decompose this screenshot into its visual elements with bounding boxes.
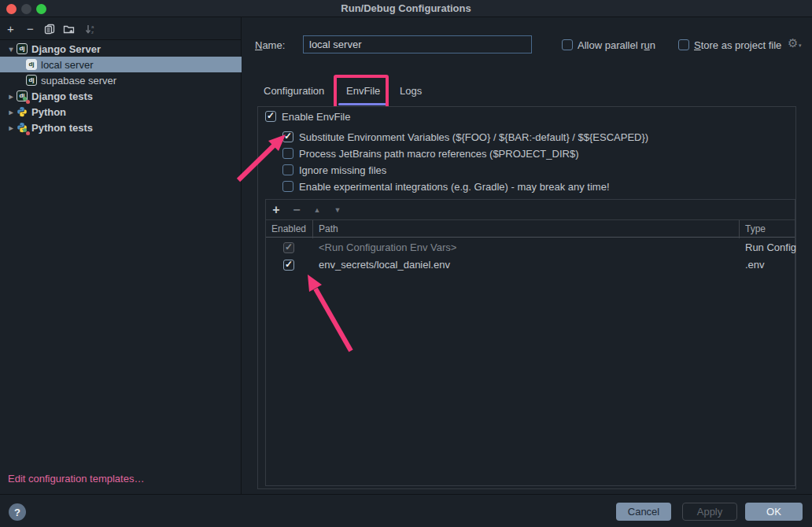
title-bar: Run/Debug Configurations bbox=[0, 0, 812, 17]
arrow-down-icon: ▼ bbox=[334, 206, 341, 214]
store-settings-gear-icon[interactable]: ⚙▾ bbox=[788, 37, 798, 49]
help-button[interactable]: ? bbox=[9, 503, 26, 521]
tests-badge-icon bbox=[23, 97, 30, 104]
allow-parallel-run-label: Allow parallel run bbox=[578, 39, 655, 51]
tab-configuration[interactable]: Configuration bbox=[264, 85, 324, 97]
configurations-sidebar: + − az ▾ dj Django Server dj local serve… bbox=[0, 17, 242, 494]
tree-item-django-server[interactable]: ▾ dj Django Server bbox=[0, 41, 242, 57]
process-path-macro-checkbox[interactable] bbox=[282, 148, 293, 159]
tree-item-django-tests[interactable]: ▸ dj Django tests bbox=[0, 88, 242, 104]
column-header-enabled[interactable]: Enabled bbox=[271, 223, 306, 234]
table-add-button[interactable]: + bbox=[269, 203, 283, 217]
ok-button[interactable]: OK bbox=[745, 503, 803, 521]
question-mark-icon: ? bbox=[14, 507, 20, 518]
table-header-row: Enabled Path Type bbox=[266, 219, 795, 238]
row-path: <Run Configuration Env Vars> bbox=[319, 241, 456, 253]
process-path-macro-label: Process JetBrains path macro references … bbox=[299, 148, 578, 160]
tree-item-python[interactable]: ▸ Python bbox=[0, 104, 242, 120]
arrow-up-icon: ▲ bbox=[314, 206, 321, 214]
row-enabled-checkbox bbox=[283, 242, 294, 253]
enable-envfile-checkbox[interactable] bbox=[265, 111, 276, 122]
row-path: env_secrets/local_daniel.env bbox=[319, 259, 450, 271]
table-move-up-button[interactable]: ▲ bbox=[310, 203, 324, 217]
svg-text:a: a bbox=[91, 24, 94, 29]
window-title: Run/Debug Configurations bbox=[0, 2, 812, 14]
python-icon bbox=[17, 106, 28, 117]
footer-separator bbox=[0, 494, 812, 495]
minus-icon: − bbox=[27, 22, 34, 35]
plus-icon: + bbox=[7, 22, 14, 35]
enable-envfile-label: Enable EnvFile bbox=[282, 111, 350, 123]
chevron-right-icon[interactable]: ▸ bbox=[6, 92, 17, 101]
minus-icon: − bbox=[293, 203, 300, 217]
copy-icon bbox=[44, 24, 55, 35]
experimental-integrations-label: Enable experimental integrations (e.g. G… bbox=[299, 181, 610, 193]
substitute-env-vars-label: Substitute Environment Variables (${FOO}… bbox=[299, 131, 648, 143]
table-remove-button[interactable]: − bbox=[290, 203, 304, 217]
add-configuration-button[interactable]: + bbox=[4, 22, 17, 35]
cancel-button[interactable]: Cancel bbox=[616, 503, 671, 521]
django-icon: dj bbox=[26, 59, 37, 70]
tree-item-supabase-server[interactable]: dj supabase server bbox=[0, 72, 242, 88]
store-as-project-file-label: Store as project file bbox=[694, 39, 781, 51]
sort-configurations-button[interactable]: az bbox=[83, 22, 97, 35]
apply-button[interactable]: Apply bbox=[682, 503, 737, 521]
edit-configuration-templates-link[interactable]: Edit configuration templates… bbox=[8, 473, 144, 485]
store-as-project-file-checkbox[interactable] bbox=[678, 39, 689, 50]
table-row-env-secrets[interactable]: env_secrets/local_daniel.env .env bbox=[266, 256, 795, 274]
chevron-down-icon[interactable]: ▾ bbox=[6, 45, 17, 53]
tree-item-python-tests[interactable]: ▸ Python tests bbox=[0, 120, 242, 135]
run-debug-configurations-dialog: Run/Debug Configurations + − az ▾ dj Dja… bbox=[0, 0, 812, 527]
substitute-env-vars-checkbox[interactable] bbox=[282, 131, 293, 142]
name-input[interactable] bbox=[303, 35, 532, 53]
env-files-table: + − ▲ ▼ Enabled Path Type <Run Configura… bbox=[265, 199, 795, 486]
sidebar-toolbar: + − az bbox=[0, 17, 241, 40]
ignore-missing-files-label: Ignore missing files bbox=[299, 164, 386, 176]
new-folder-button[interactable] bbox=[62, 22, 76, 35]
row-type: .env bbox=[745, 259, 765, 271]
row-enabled-checkbox[interactable] bbox=[283, 260, 294, 271]
chevron-right-icon[interactable]: ▸ bbox=[6, 123, 17, 132]
chevron-right-icon[interactable]: ▸ bbox=[6, 108, 17, 116]
chevron-down-icon: ▾ bbox=[799, 39, 802, 51]
row-type: Run Config bbox=[745, 241, 796, 253]
tree-item-local-server[interactable]: dj local server bbox=[0, 57, 242, 72]
svg-text:z: z bbox=[91, 29, 94, 34]
tab-logs[interactable]: Logs bbox=[400, 85, 422, 97]
table-row-run-config-env-vars[interactable]: <Run Configuration Env Vars> Run Config bbox=[266, 239, 795, 256]
folder-plus-icon bbox=[63, 24, 75, 35]
plus-icon: + bbox=[272, 203, 279, 217]
selected-tab-underline bbox=[338, 103, 386, 105]
table-move-down-button[interactable]: ▼ bbox=[330, 203, 345, 217]
name-label: Name: bbox=[255, 39, 285, 51]
allow-parallel-run-checkbox[interactable] bbox=[562, 39, 573, 50]
django-icon: dj bbox=[17, 43, 28, 54]
tests-badge-icon bbox=[23, 128, 30, 135]
ignore-missing-files-checkbox[interactable] bbox=[282, 164, 293, 175]
copy-configuration-button[interactable] bbox=[42, 22, 56, 35]
tab-envfile[interactable]: EnvFile bbox=[346, 85, 380, 97]
remove-configuration-button[interactable]: − bbox=[24, 22, 37, 35]
experimental-integrations-checkbox[interactable] bbox=[282, 181, 293, 192]
column-header-path[interactable]: Path bbox=[319, 223, 338, 234]
django-icon: dj bbox=[26, 75, 37, 86]
sort-az-icon: az bbox=[85, 24, 96, 35]
column-header-type[interactable]: Type bbox=[745, 223, 766, 234]
